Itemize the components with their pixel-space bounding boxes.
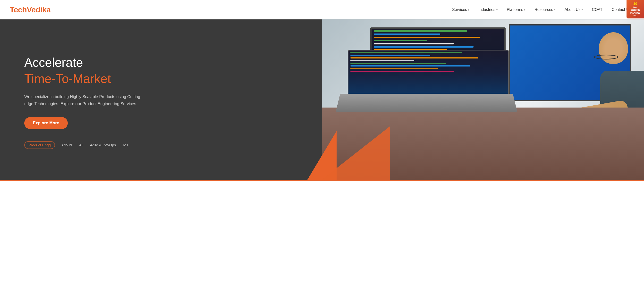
- chevron-down-icon: ▾: [554, 8, 555, 11]
- nav-item-coat[interactable]: COAT: [589, 6, 606, 14]
- cert-badge-cert: Cert 2022: [628, 9, 643, 12]
- hero-section: Accelerate Time-To-Market We specialize …: [0, 20, 644, 180]
- hero-image: [322, 20, 644, 180]
- cert-badge-date: MAY 2022: [628, 12, 643, 14]
- hero-content: Accelerate Time-To-Market We specialize …: [0, 20, 322, 180]
- hero-description: We specialize in building Highly Scalabl…: [24, 94, 150, 107]
- nav-link-about-us[interactable]: About Us ▾: [561, 6, 586, 14]
- nav-link-resources[interactable]: Resources ▾: [531, 6, 558, 14]
- bottom-accent-bar: [0, 180, 644, 181]
- nav-item-industries[interactable]: Industries ▾: [475, 6, 501, 14]
- service-tag-iot[interactable]: IoT: [123, 143, 128, 147]
- chevron-down-icon: ▾: [468, 8, 469, 11]
- nav-link-industries[interactable]: Industries ▾: [475, 6, 501, 14]
- cert-badge-number: 10: [628, 2, 643, 6]
- nav-item-platforms[interactable]: Platforms ▾: [504, 6, 529, 14]
- service-tags-row: Product Engg Cloud AI Agile & DevOps IoT: [24, 141, 298, 149]
- explore-more-button[interactable]: Explore More: [24, 117, 68, 129]
- cert-badge[interactable]: 10 Wor Cert 2022 MAY 2022 INC: [626, 0, 644, 18]
- nav-link-services[interactable]: Services ▾: [449, 6, 472, 14]
- service-tag-ai[interactable]: AI: [79, 143, 82, 147]
- hero-heading-orange: Time-To-Market: [24, 71, 298, 86]
- cert-badge-wor: Wor: [628, 6, 643, 9]
- logo[interactable]: TechVedika: [10, 5, 51, 14]
- nav-link-coat[interactable]: COAT: [589, 6, 606, 14]
- laptop-base: [336, 94, 518, 112]
- service-tag-product-engg[interactable]: Product Engg: [24, 141, 55, 149]
- navbar: TechVedika Services ▾ Industries ▾ Platf…: [0, 0, 644, 20]
- nav-link-platforms[interactable]: Platforms ▾: [504, 6, 529, 14]
- nav-item-services[interactable]: Services ▾: [449, 6, 472, 14]
- nav-item-resources[interactable]: Resources ▾: [531, 6, 558, 14]
- chevron-down-icon: ▾: [582, 8, 583, 11]
- service-tag-agile-devops[interactable]: Agile & DevOps: [90, 143, 116, 147]
- service-tag-cloud[interactable]: Cloud: [62, 143, 72, 147]
- logo-vedika: Vedika: [27, 5, 50, 14]
- laptop-screen: [348, 50, 509, 95]
- developer-scene: [322, 20, 644, 180]
- chevron-down-icon: ▾: [496, 8, 498, 11]
- hero-heading-white: Accelerate: [24, 55, 298, 70]
- cert-badge-inc: INC: [628, 14, 643, 17]
- nav-menu: Services ▾ Industries ▾ Platforms ▾ Reso…: [449, 6, 634, 14]
- nav-item-about-us[interactable]: About Us ▾: [561, 6, 586, 14]
- orange-triangle-overlay: [322, 126, 390, 180]
- logo-tech: Tech: [10, 5, 27, 14]
- chevron-down-icon: ▾: [524, 8, 525, 11]
